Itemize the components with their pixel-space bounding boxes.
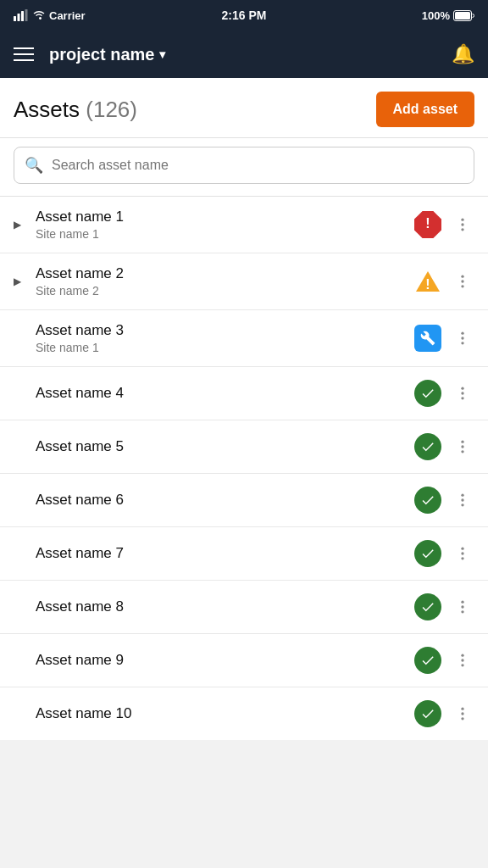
list-item[interactable]: ▶Asset name 1Site name 1! [0, 197, 488, 253]
list-item[interactable]: Asset name 8 [0, 581, 488, 634]
svg-point-13 [461, 285, 463, 287]
check-status-icon [413, 539, 442, 568]
svg-point-37 [461, 717, 463, 720]
battery-icon [453, 10, 474, 21]
svg-point-12 [461, 280, 463, 282]
check-status-icon [413, 486, 442, 515]
status-bar: Carrier 2:16 PM 100% [0, 0, 488, 31]
svg-point-19 [461, 397, 463, 399]
svg-point-23 [461, 494, 463, 497]
check-status-icon [413, 593, 442, 621]
checkmark-icon [414, 487, 441, 514]
signal-icon [14, 9, 29, 21]
asset-name: Asset name 9 [36, 652, 405, 669]
page-header: Assets (126) Add asset [0, 78, 488, 138]
battery-area: 100% [422, 9, 474, 22]
checkmark-icon [414, 540, 441, 567]
asset-info: Asset name 1Site name 1 [36, 209, 405, 241]
asset-site: Site name 2 [36, 284, 405, 298]
list-item[interactable]: Asset name 9 [0, 634, 488, 687]
asset-info: Asset name 4 [36, 385, 405, 402]
list-item[interactable]: Asset name 6 [0, 474, 488, 527]
asset-name: Asset name 1 [36, 209, 405, 225]
checkmark-icon [414, 647, 441, 674]
more-options-button[interactable] [451, 326, 474, 350]
list-item[interactable]: ▶Asset name 2Site name 2 ! [0, 253, 488, 310]
project-name-label: project name [49, 45, 154, 64]
search-input[interactable] [52, 158, 463, 173]
warning-triangle-icon: ! [413, 267, 442, 296]
hamburger-menu[interactable] [14, 47, 34, 61]
bell-icon: 🔔 [452, 43, 474, 64]
check-status-icon [413, 699, 442, 728]
project-title[interactable]: project name ▾ [49, 45, 165, 64]
asset-info: Asset name 6 [36, 492, 405, 509]
octagon-error-icon: ! [414, 211, 441, 238]
list-item[interactable]: Asset name 10 [0, 687, 488, 740]
expand-arrow[interactable]: ▶ [14, 275, 27, 287]
svg-point-27 [461, 552, 463, 554]
asset-info: Asset name 10 [36, 705, 405, 722]
asset-name: Asset name 7 [36, 545, 405, 562]
search-container: 🔍 [0, 138, 488, 197]
check-status-icon [413, 432, 442, 461]
list-item[interactable]: Asset name 7 [0, 527, 488, 581]
svg-point-32 [461, 654, 463, 657]
svg-point-21 [461, 445, 463, 448]
svg-point-26 [461, 548, 463, 550]
more-options-button[interactable] [451, 702, 474, 726]
svg-point-35 [461, 708, 463, 710]
checkmark-icon [414, 700, 441, 727]
expand-arrow[interactable]: ▶ [14, 219, 27, 231]
add-asset-button[interactable]: Add asset [376, 92, 474, 127]
svg-rect-3 [25, 9, 28, 21]
asset-name: Asset name 3 [36, 322, 405, 339]
warning-status-icon: ! [413, 267, 442, 296]
svg-point-7 [461, 223, 463, 225]
list-item[interactable]: Asset name 5 [0, 420, 488, 474]
svg-rect-5 [455, 12, 470, 19]
asset-name: Asset name 4 [36, 385, 405, 402]
more-options-button[interactable] [451, 213, 474, 236]
more-options-button[interactable] [451, 595, 474, 619]
more-options-button[interactable] [451, 488, 474, 512]
svg-rect-1 [18, 14, 20, 21]
svg-point-8 [461, 228, 463, 231]
search-icon: 🔍 [25, 156, 43, 175]
asset-site: Site name 1 [36, 227, 405, 241]
svg-point-6 [461, 219, 463, 221]
list-item[interactable]: Asset name 4 [0, 367, 488, 420]
more-options-button[interactable] [451, 435, 474, 459]
more-options-button[interactable] [451, 648, 474, 672]
asset-name: Asset name 2 [36, 265, 405, 282]
nav-bar: project name ▾ 🔔 [0, 31, 488, 78]
asset-name: Asset name 8 [36, 598, 405, 615]
asset-info: Asset name 8 [36, 598, 405, 615]
notification-bell[interactable]: 🔔 [452, 43, 474, 65]
page-title: Assets (126) [14, 97, 137, 123]
svg-point-29 [461, 601, 463, 604]
svg-point-16 [461, 342, 463, 344]
more-options-button[interactable] [451, 542, 474, 565]
svg-text:!: ! [425, 277, 430, 292]
chevron-down-icon: ▾ [159, 47, 165, 61]
asset-info: Asset name 3Site name 1 [36, 322, 405, 354]
list-item[interactable]: Asset name 3Site name 1 [0, 310, 488, 367]
signal-area: Carrier [14, 9, 86, 22]
asset-info: Asset name 5 [36, 438, 405, 455]
svg-point-14 [461, 332, 463, 335]
assets-label: Assets [14, 97, 80, 122]
asset-name: Asset name 5 [36, 438, 405, 455]
more-options-button[interactable] [451, 381, 474, 405]
svg-point-17 [461, 387, 463, 390]
error-status-icon: ! [413, 210, 442, 239]
check-status-icon [413, 646, 442, 675]
svg-point-15 [461, 337, 463, 339]
svg-rect-2 [21, 11, 24, 21]
asset-site: Site name 1 [36, 341, 405, 354]
wrench-bg-icon [414, 325, 441, 352]
asset-info: Asset name 2Site name 2 [36, 265, 405, 298]
asset-info: Asset name 7 [36, 545, 405, 562]
more-options-button[interactable] [451, 270, 474, 293]
svg-point-33 [461, 659, 463, 661]
